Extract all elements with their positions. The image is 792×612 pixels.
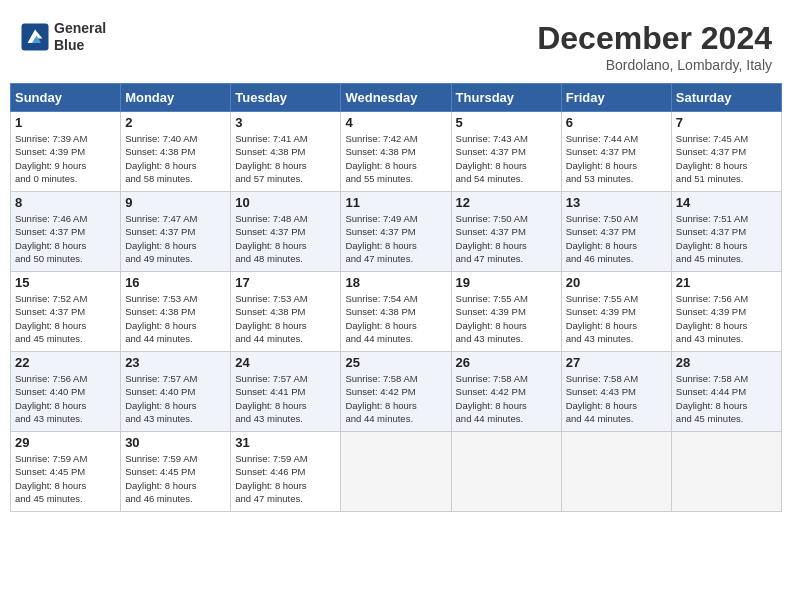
day-info: Sunrise: 7:59 AMSunset: 4:45 PMDaylight:… xyxy=(15,452,116,505)
day-number: 23 xyxy=(125,355,226,370)
calendar-cell: 31Sunrise: 7:59 AMSunset: 4:46 PMDayligh… xyxy=(231,432,341,512)
logo: General Blue xyxy=(20,20,106,54)
calendar-cell: 8Sunrise: 7:46 AMSunset: 4:37 PMDaylight… xyxy=(11,192,121,272)
calendar-cell: 28Sunrise: 7:58 AMSunset: 4:44 PMDayligh… xyxy=(671,352,781,432)
logo-icon xyxy=(20,22,50,52)
day-info: Sunrise: 7:42 AMSunset: 4:38 PMDaylight:… xyxy=(345,132,446,185)
title-block: December 2024 Bordolano, Lombardy, Italy xyxy=(537,20,772,73)
week-row-2: 8Sunrise: 7:46 AMSunset: 4:37 PMDaylight… xyxy=(11,192,782,272)
week-row-4: 22Sunrise: 7:56 AMSunset: 4:40 PMDayligh… xyxy=(11,352,782,432)
day-number: 17 xyxy=(235,275,336,290)
day-info: Sunrise: 7:39 AMSunset: 4:39 PMDaylight:… xyxy=(15,132,116,185)
week-row-3: 15Sunrise: 7:52 AMSunset: 4:37 PMDayligh… xyxy=(11,272,782,352)
calendar-cell: 6Sunrise: 7:44 AMSunset: 4:37 PMDaylight… xyxy=(561,112,671,192)
day-number: 25 xyxy=(345,355,446,370)
calendar-cell: 2Sunrise: 7:40 AMSunset: 4:38 PMDaylight… xyxy=(121,112,231,192)
calendar-subtitle: Bordolano, Lombardy, Italy xyxy=(537,57,772,73)
day-info: Sunrise: 7:41 AMSunset: 4:38 PMDaylight:… xyxy=(235,132,336,185)
logo-line1: General xyxy=(54,20,106,37)
calendar-cell: 23Sunrise: 7:57 AMSunset: 4:40 PMDayligh… xyxy=(121,352,231,432)
day-info: Sunrise: 7:53 AMSunset: 4:38 PMDaylight:… xyxy=(235,292,336,345)
weekday-header-monday: Monday xyxy=(121,84,231,112)
logo-line2: Blue xyxy=(54,37,106,54)
day-info: Sunrise: 7:50 AMSunset: 4:37 PMDaylight:… xyxy=(566,212,667,265)
day-number: 3 xyxy=(235,115,336,130)
week-row-1: 1Sunrise: 7:39 AMSunset: 4:39 PMDaylight… xyxy=(11,112,782,192)
day-info: Sunrise: 7:55 AMSunset: 4:39 PMDaylight:… xyxy=(566,292,667,345)
day-info: Sunrise: 7:56 AMSunset: 4:39 PMDaylight:… xyxy=(676,292,777,345)
day-number: 21 xyxy=(676,275,777,290)
day-number: 8 xyxy=(15,195,116,210)
day-number: 11 xyxy=(345,195,446,210)
day-number: 28 xyxy=(676,355,777,370)
calendar-cell xyxy=(561,432,671,512)
calendar-cell: 19Sunrise: 7:55 AMSunset: 4:39 PMDayligh… xyxy=(451,272,561,352)
calendar-cell xyxy=(671,432,781,512)
day-info: Sunrise: 7:57 AMSunset: 4:40 PMDaylight:… xyxy=(125,372,226,425)
day-number: 24 xyxy=(235,355,336,370)
calendar-cell: 29Sunrise: 7:59 AMSunset: 4:45 PMDayligh… xyxy=(11,432,121,512)
calendar-cell: 9Sunrise: 7:47 AMSunset: 4:37 PMDaylight… xyxy=(121,192,231,272)
calendar-cell: 11Sunrise: 7:49 AMSunset: 4:37 PMDayligh… xyxy=(341,192,451,272)
calendar-title: December 2024 xyxy=(537,20,772,57)
day-info: Sunrise: 7:45 AMSunset: 4:37 PMDaylight:… xyxy=(676,132,777,185)
day-number: 18 xyxy=(345,275,446,290)
weekday-header-thursday: Thursday xyxy=(451,84,561,112)
day-info: Sunrise: 7:44 AMSunset: 4:37 PMDaylight:… xyxy=(566,132,667,185)
day-info: Sunrise: 7:53 AMSunset: 4:38 PMDaylight:… xyxy=(125,292,226,345)
calendar-cell: 30Sunrise: 7:59 AMSunset: 4:45 PMDayligh… xyxy=(121,432,231,512)
day-info: Sunrise: 7:58 AMSunset: 4:42 PMDaylight:… xyxy=(345,372,446,425)
page-header: General Blue December 2024 Bordolano, Lo… xyxy=(10,10,782,78)
day-number: 26 xyxy=(456,355,557,370)
calendar-cell: 27Sunrise: 7:58 AMSunset: 4:43 PMDayligh… xyxy=(561,352,671,432)
day-number: 13 xyxy=(566,195,667,210)
calendar-cell: 24Sunrise: 7:57 AMSunset: 4:41 PMDayligh… xyxy=(231,352,341,432)
calendar-cell: 7Sunrise: 7:45 AMSunset: 4:37 PMDaylight… xyxy=(671,112,781,192)
weekday-header-saturday: Saturday xyxy=(671,84,781,112)
day-number: 16 xyxy=(125,275,226,290)
calendar-cell: 25Sunrise: 7:58 AMSunset: 4:42 PMDayligh… xyxy=(341,352,451,432)
day-number: 14 xyxy=(676,195,777,210)
day-info: Sunrise: 7:56 AMSunset: 4:40 PMDaylight:… xyxy=(15,372,116,425)
day-info: Sunrise: 7:58 AMSunset: 4:42 PMDaylight:… xyxy=(456,372,557,425)
week-row-5: 29Sunrise: 7:59 AMSunset: 4:45 PMDayligh… xyxy=(11,432,782,512)
weekday-header-wednesday: Wednesday xyxy=(341,84,451,112)
weekday-header-friday: Friday xyxy=(561,84,671,112)
logo-text: General Blue xyxy=(54,20,106,54)
calendar-cell: 17Sunrise: 7:53 AMSunset: 4:38 PMDayligh… xyxy=(231,272,341,352)
calendar-table: SundayMondayTuesdayWednesdayThursdayFrid… xyxy=(10,83,782,512)
calendar-cell: 3Sunrise: 7:41 AMSunset: 4:38 PMDaylight… xyxy=(231,112,341,192)
calendar-cell: 26Sunrise: 7:58 AMSunset: 4:42 PMDayligh… xyxy=(451,352,561,432)
day-number: 19 xyxy=(456,275,557,290)
day-number: 6 xyxy=(566,115,667,130)
day-number: 5 xyxy=(456,115,557,130)
day-info: Sunrise: 7:58 AMSunset: 4:44 PMDaylight:… xyxy=(676,372,777,425)
day-number: 31 xyxy=(235,435,336,450)
weekday-header-tuesday: Tuesday xyxy=(231,84,341,112)
day-info: Sunrise: 7:50 AMSunset: 4:37 PMDaylight:… xyxy=(456,212,557,265)
calendar-cell: 20Sunrise: 7:55 AMSunset: 4:39 PMDayligh… xyxy=(561,272,671,352)
day-number: 12 xyxy=(456,195,557,210)
day-info: Sunrise: 7:54 AMSunset: 4:38 PMDaylight:… xyxy=(345,292,446,345)
day-info: Sunrise: 7:48 AMSunset: 4:37 PMDaylight:… xyxy=(235,212,336,265)
calendar-cell: 14Sunrise: 7:51 AMSunset: 4:37 PMDayligh… xyxy=(671,192,781,272)
day-info: Sunrise: 7:59 AMSunset: 4:46 PMDaylight:… xyxy=(235,452,336,505)
day-info: Sunrise: 7:49 AMSunset: 4:37 PMDaylight:… xyxy=(345,212,446,265)
calendar-cell xyxy=(341,432,451,512)
day-number: 20 xyxy=(566,275,667,290)
day-number: 1 xyxy=(15,115,116,130)
day-info: Sunrise: 7:40 AMSunset: 4:38 PMDaylight:… xyxy=(125,132,226,185)
weekday-header-row: SundayMondayTuesdayWednesdayThursdayFrid… xyxy=(11,84,782,112)
day-number: 2 xyxy=(125,115,226,130)
day-info: Sunrise: 7:51 AMSunset: 4:37 PMDaylight:… xyxy=(676,212,777,265)
day-info: Sunrise: 7:47 AMSunset: 4:37 PMDaylight:… xyxy=(125,212,226,265)
day-info: Sunrise: 7:57 AMSunset: 4:41 PMDaylight:… xyxy=(235,372,336,425)
day-number: 27 xyxy=(566,355,667,370)
day-info: Sunrise: 7:55 AMSunset: 4:39 PMDaylight:… xyxy=(456,292,557,345)
calendar-cell: 15Sunrise: 7:52 AMSunset: 4:37 PMDayligh… xyxy=(11,272,121,352)
day-info: Sunrise: 7:59 AMSunset: 4:45 PMDaylight:… xyxy=(125,452,226,505)
day-number: 7 xyxy=(676,115,777,130)
day-info: Sunrise: 7:58 AMSunset: 4:43 PMDaylight:… xyxy=(566,372,667,425)
calendar-cell: 4Sunrise: 7:42 AMSunset: 4:38 PMDaylight… xyxy=(341,112,451,192)
day-info: Sunrise: 7:43 AMSunset: 4:37 PMDaylight:… xyxy=(456,132,557,185)
